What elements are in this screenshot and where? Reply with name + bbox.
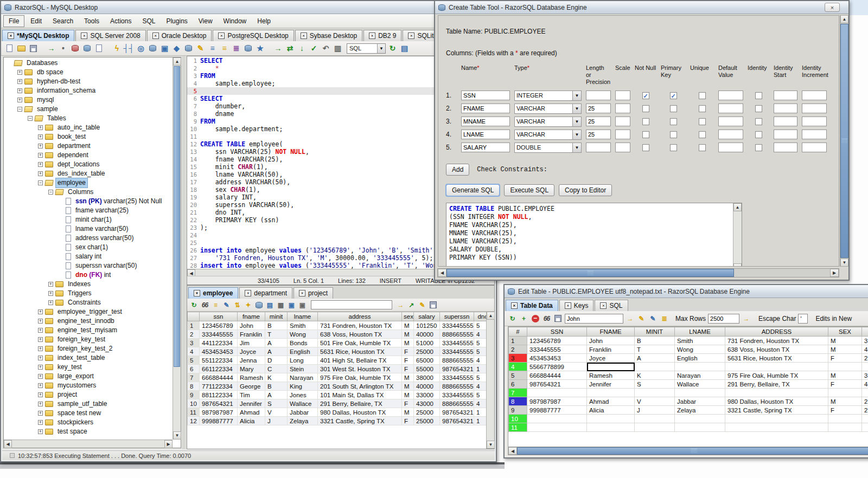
col-5-unique-checkbox[interactable] (699, 144, 706, 151)
edit-cell[interactable]: Smith (675, 337, 725, 345)
tree-item-auto-inc-table[interactable]: +auto_inc_table (4, 123, 173, 132)
tree-item-db-space[interactable]: +db space (4, 68, 173, 77)
edit-cell[interactable] (725, 389, 828, 397)
scroll-thumb[interactable] (517, 447, 868, 455)
edit-cell[interactable] (862, 423, 868, 432)
chevron-down-icon[interactable]: ▼ (572, 143, 581, 152)
col-2-unique-checkbox[interactable] (699, 105, 706, 112)
edit-cell[interactable]: M (828, 337, 862, 345)
edit-col-ssn[interactable]: SSN (527, 327, 587, 337)
scroll-up-icon[interactable]: ▲ (487, 312, 495, 320)
tree-item-mycustomers[interactable]: +mycustomers (4, 381, 173, 390)
results-col-rownum[interactable] (188, 312, 200, 321)
edit-col-partial[interactable] (862, 327, 868, 337)
edit-cell[interactable]: Alicia (587, 406, 635, 415)
edit-cell[interactable] (828, 363, 862, 371)
results-cell[interactable]: Wong (288, 330, 318, 339)
col-1-identity-start-input[interactable] (774, 91, 797, 100)
edit-cell[interactable] (675, 389, 725, 397)
results-cell[interactable]: 987987987 (200, 408, 238, 417)
expand-icon[interactable]: + (38, 162, 43, 167)
edit-tab-table-data[interactable]: ×Table Data (506, 300, 558, 311)
expand-icon[interactable]: + (38, 144, 43, 148)
results-cell[interactable]: M (402, 339, 414, 347)
close-tab-icon[interactable]: × (565, 302, 571, 309)
tree-item-dependent[interactable]: +dependent (4, 151, 173, 160)
expand-icon[interactable]: + (38, 420, 43, 425)
scroll-thumb[interactable] (446, 269, 734, 277)
col-3-scale-input[interactable] (615, 117, 630, 126)
commit-icon[interactable] (70, 43, 80, 54)
menu-tools[interactable]: Tools (79, 16, 104, 27)
insert-row-icon[interactable]: + (519, 314, 528, 323)
tree-item-databases[interactable]: Databases (4, 59, 173, 68)
close-tab-icon[interactable]: × (152, 33, 159, 39)
results-cell[interactable]: 987654321 (440, 408, 474, 417)
results-cell[interactable]: Ahmad (238, 408, 265, 417)
results-cell[interactable]: 987654321 (440, 417, 474, 425)
edit-cell[interactable]: 999887777 (527, 406, 587, 415)
results-cell[interactable]: T (265, 330, 288, 339)
expand-icon[interactable]: + (48, 282, 53, 287)
edit-cell[interactable]: Narayan (675, 371, 725, 380)
connection-tab-mysql-desktop[interactable]: ×*MySQL Desktop (2, 30, 74, 41)
col-1-name-input[interactable] (461, 91, 510, 100)
tree-horizontal-scrollbar[interactable]: ◀ ▶ (4, 440, 173, 448)
results-cell[interactable]: D (265, 356, 288, 365)
collapse-icon[interactable]: − (38, 180, 43, 185)
tree-item-large-export[interactable]: +large_export (4, 372, 173, 381)
col-2-identity-start-input[interactable] (774, 104, 797, 113)
results-cell[interactable]: 40000 (414, 382, 440, 391)
edit-cell[interactable]: M (828, 345, 862, 354)
edit-cell[interactable]: 123456789 (527, 337, 587, 345)
format-brush-icon[interactable]: ✎ (637, 314, 646, 323)
col-5-primary-key-checkbox[interactable] (670, 144, 677, 151)
edit-col-minit[interactable]: MINIT (635, 327, 675, 337)
results-col-lname[interactable]: lname (288, 312, 318, 321)
main-titlebar[interactable]: RazorSQL - MySQL Desktop (1, 1, 496, 14)
save-icon[interactable] (28, 43, 39, 54)
scroll-up-icon[interactable]: ▲ (733, 203, 742, 211)
row-number[interactable]: 9 (188, 391, 200, 399)
tree-item-employee-trigger-test[interactable]: +employee_trigger_test (4, 307, 173, 316)
col-3-identity-start-input[interactable] (774, 117, 797, 126)
col-5-default-input[interactable] (718, 143, 743, 152)
row-number[interactable]: 7 (509, 389, 527, 397)
scroll-down-icon[interactable]: ▼ (173, 431, 181, 440)
edit-cell[interactable]: 666884444 (527, 371, 587, 380)
expand-icon[interactable]: + (38, 134, 43, 139)
menu-sql[interactable]: SQL (137, 16, 160, 27)
col-1-not-null-checkbox[interactable]: ✓ (642, 92, 649, 99)
results-cell[interactable]: Zelaya (288, 417, 318, 425)
tree-item-test-space[interactable]: +test space (4, 427, 173, 436)
edit-cell[interactable]: 2 (862, 397, 868, 406)
col-3-name-input[interactable] (461, 117, 510, 126)
tree-scroll-thumb[interactable] (174, 66, 180, 367)
compare-icon[interactable]: ◆ (171, 43, 182, 54)
describe-table-icon[interactable]: ┤┤ (124, 43, 134, 54)
expand-icon[interactable]: + (17, 98, 22, 102)
edit-sql-icon[interactable]: ✎ (195, 43, 206, 54)
results-cell[interactable]: Alicia (238, 417, 265, 425)
results-cell[interactable]: Long (288, 356, 318, 365)
col-4-primary-key-checkbox[interactable] (670, 131, 677, 138)
results-cell[interactable]: 101250 (414, 321, 440, 330)
col-4-scale-input[interactable] (615, 130, 630, 139)
close-tab-icon[interactable]: × (245, 290, 251, 296)
results-cell[interactable]: 55000 (414, 365, 440, 373)
edit-cell[interactable]: V (635, 397, 675, 406)
edit-cell[interactable]: 2 (862, 354, 868, 363)
col-3-length-input[interactable] (586, 117, 611, 126)
find-input[interactable] (565, 314, 623, 324)
edit-cell[interactable] (828, 415, 862, 423)
results-cell[interactable]: 3321 Castle, Spring TX (318, 417, 402, 425)
undo-icon[interactable]: ↶ (321, 43, 331, 54)
results-cell[interactable]: M (402, 408, 414, 417)
tree-item-fname-varchar-25[interactable]: fname varchar(25) (4, 206, 173, 215)
tree-item-sample[interactable]: −sample (4, 105, 173, 114)
results-cell[interactable]: 4 (474, 356, 487, 365)
chevron-down-icon[interactable]: ▼ (572, 91, 581, 100)
col-2-primary-key-checkbox[interactable] (670, 105, 677, 112)
expand-icon[interactable]: + (38, 346, 43, 351)
edit-col-address[interactable]: ADDRESS (725, 327, 828, 337)
